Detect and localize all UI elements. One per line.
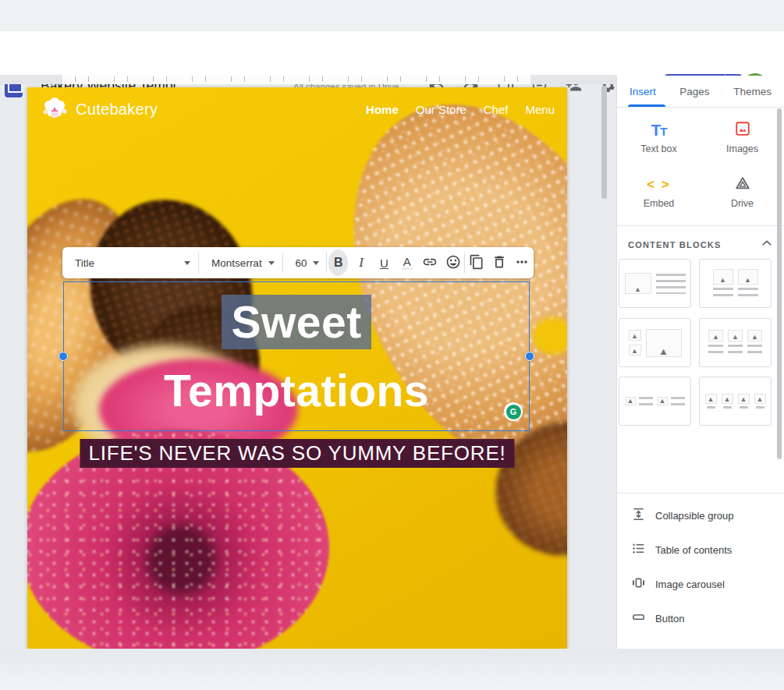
insert-images[interactable]: Images [701, 120, 784, 154]
chevron-down-icon [268, 261, 275, 265]
font-size-dropdown[interactable]: 60 [282, 257, 326, 269]
selected-text-highlight: Sweet [222, 295, 371, 350]
content-block-template-2[interactable] [699, 259, 772, 308]
drive-icon [734, 175, 751, 195]
text-lines-placeholder [747, 345, 762, 356]
underline-button[interactable]: U [374, 249, 394, 276]
nav-item-chef[interactable]: Chef [484, 103, 509, 116]
hero-heading-line2: Temptations [63, 356, 530, 425]
delete-button[interactable] [489, 249, 509, 276]
tab-insert[interactable]: Insert [630, 86, 656, 97]
image-placeholder-icon [705, 394, 717, 404]
hero-donut-hole [533, 317, 567, 355]
font-family-dropdown[interactable]: Montserrat [199, 257, 282, 269]
insert-embed[interactable]: < > Embed [617, 175, 701, 209]
workspace-background [0, 649, 784, 690]
image-placeholder-icon [747, 330, 762, 341]
text-line-placeholder [707, 406, 715, 409]
text-lines-placeholder [671, 397, 685, 406]
nav-item-home[interactable]: Home [366, 103, 399, 116]
toolbar-divider [464, 253, 465, 273]
ruler-active-region [62, 75, 530, 84]
text-style-dropdown[interactable]: Title [62, 257, 198, 269]
chevron-down-icon [313, 261, 319, 265]
insert-link-button[interactable] [420, 249, 440, 276]
content-block-template-3[interactable] [619, 318, 691, 367]
resize-handle-left[interactable] [59, 352, 68, 361]
text-line-placeholder [756, 406, 764, 409]
list-item-label: Collapsible group [655, 510, 733, 522]
google-sites-editor: Bakery Website Templ... All changes save… [0, 0, 784, 690]
content-block-template-6[interactable] [699, 377, 772, 426]
duplicate-button[interactable] [466, 249, 486, 276]
insert-item-label: Text box [617, 143, 701, 154]
insert-table-of-contents[interactable]: Table of contents [617, 533, 784, 567]
image-carousel-icon [631, 575, 655, 593]
text-lines-placeholder [656, 274, 686, 294]
insert-item-label: Drive [701, 198, 784, 209]
resize-handle-right[interactable] [525, 352, 534, 361]
hero-heading[interactable]: Sweet Temptations [63, 281, 530, 425]
bold-button[interactable]: B [328, 249, 348, 276]
insert-item-label: Images [701, 143, 784, 154]
list-item-label: Image carousel [655, 579, 725, 590]
content-block-template-5[interactable] [619, 377, 691, 426]
content-blocks-header: CONTENT BLOCKS [617, 226, 784, 259]
site-canvas[interactable]: Cutebakery Home Our Store Chef Menu Titl… [27, 87, 567, 649]
insert-button[interactable]: Button [617, 601, 784, 635]
site-name[interactable]: Cutebakery [76, 101, 158, 119]
insert-item-label: Embed [617, 198, 701, 209]
cutebakery-logo-icon[interactable] [41, 96, 68, 122]
hero-subtitle[interactable]: LIFE'S NEVER WAS SO YUMMY BEFORE! [80, 439, 514, 468]
site-nav: Home Our Store Chef Menu [349, 103, 555, 116]
layout-ruler [0, 75, 616, 84]
image-placeholder-icon [728, 330, 743, 341]
insert-items: TT Text box Images < > Embed Drive [617, 108, 784, 226]
tab-pages[interactable]: Pages [679, 86, 709, 97]
text-style-value: Title [75, 257, 94, 269]
trash-icon [491, 254, 507, 272]
insert-image-carousel[interactable]: Image carousel [617, 567, 784, 601]
site-header: Cutebakery Home Our Store Chef Menu [27, 87, 567, 131]
image-placeholder-icon [722, 394, 733, 404]
insert-emoji-button[interactable] [443, 249, 463, 276]
grammarly-icon: G [506, 405, 521, 419]
toolbar-more-button[interactable] [513, 249, 532, 276]
copy-icon [469, 254, 484, 272]
chevron-up-icon[interactable] [761, 237, 773, 253]
insert-collapsible-group[interactable]: Collapsible group [617, 498, 784, 533]
image-placeholder-icon [626, 397, 636, 405]
list-item-label: Table of contents [655, 544, 732, 556]
toolbar-divider [326, 253, 327, 273]
workspace-scrollbar[interactable] [601, 86, 607, 199]
text-line-placeholder [740, 406, 748, 409]
text-color-button[interactable]: A [397, 249, 417, 276]
emoji-icon [445, 254, 461, 272]
hero-heading-line1: Sweet [63, 288, 530, 356]
nav-item-our-store[interactable]: Our Store [416, 103, 466, 116]
text-lines-placeholder [639, 397, 653, 406]
grammarly-badge[interactable]: G [504, 402, 523, 421]
content-block-template-1[interactable] [619, 259, 691, 308]
embed-icon: < > [647, 177, 671, 193]
tab-themes[interactable]: Themes [733, 86, 772, 97]
insert-text-box[interactable]: TT Text box [617, 120, 701, 154]
button-icon [631, 610, 655, 628]
image-placeholder-icon [629, 330, 641, 341]
app-bar: Bakery Website Templ... All changes save… [0, 31, 784, 76]
panel-scrollbar[interactable] [777, 108, 782, 459]
text-format-toolbar: Title Montserrat 60 B I U A [62, 247, 534, 278]
image-placeholder-icon [754, 394, 766, 404]
font-size-value: 60 [295, 257, 307, 269]
text-line-placeholder [723, 406, 732, 409]
content-block-template-4[interactable] [699, 318, 772, 367]
italic-button[interactable]: I [351, 249, 371, 276]
nav-item-menu[interactable]: Menu [525, 103, 555, 116]
more-horiz-icon [514, 254, 530, 272]
text-lines-placeholder [708, 345, 723, 356]
insert-drive[interactable]: Drive [701, 175, 784, 209]
image-placeholder-icon [646, 329, 682, 357]
text-color-label: A [403, 257, 411, 267]
image-placeholder-icon [738, 269, 758, 285]
images-icon [734, 120, 751, 140]
